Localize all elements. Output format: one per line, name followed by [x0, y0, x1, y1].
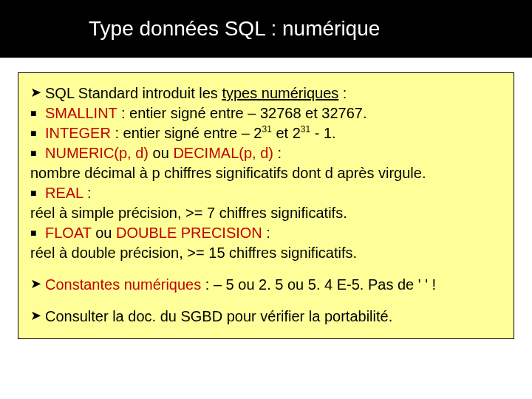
float-text: FLOAT ou DOUBLE PRECISION : — [45, 223, 270, 243]
integer-exp2: 31 — [301, 124, 310, 134]
constants-text: Constantes numériques : – 5 ou 2. 5 ou 5… — [45, 275, 436, 295]
kw-double: DOUBLE PRECISION — [116, 225, 262, 241]
smallint-text: SMALLINT : entier signé entre – 32768 et… — [45, 103, 366, 123]
square-icon: ■ — [30, 123, 45, 143]
float-ou: ou — [92, 225, 116, 241]
integer-mid: et 2 — [272, 125, 301, 141]
integer-exp1: 31 — [262, 124, 271, 134]
kw-integer: INTEGER — [45, 125, 111, 141]
square-icon: ■ — [30, 183, 45, 203]
doc-line: ➤ Consulter la doc. du SGBD pour vérifie… — [30, 307, 502, 327]
float-desc: réel à double précision, >= 15 chiffres … — [30, 243, 502, 263]
constants-line: ➤ Constantes numériques : – 5 ou 2. 5 ou… — [30, 275, 502, 295]
item-numeric: ■ NUMERIC(p, d) ou DECIMAL(p, d) : — [30, 143, 502, 163]
kw-decimal: DECIMAL(p, d) — [173, 145, 273, 161]
real-desc: réel à simple précision, >= 7 chiffres s… — [30, 203, 502, 223]
intro-underline: types numériques — [222, 85, 338, 101]
spacer — [30, 295, 502, 307]
square-icon: ■ — [30, 143, 45, 163]
item-real: ■ REAL : — [30, 183, 502, 203]
arrow-icon: ➤ — [30, 275, 45, 293]
content-box: ➤ SQL Standard introduit les types numér… — [18, 72, 514, 339]
item-integer: ■ INTEGER : entier signé entre – 231 et … — [30, 123, 502, 143]
title-bar: Type données SQL : numérique — [0, 0, 532, 58]
smallint-rest: : entier signé entre – 32768 et 32767. — [117, 105, 366, 121]
numeric-ou: ou — [149, 145, 173, 161]
kw-float: FLOAT — [45, 225, 92, 241]
integer-pre: : entier signé entre – 2 — [111, 125, 262, 141]
constants-rest: : – 5 ou 2. 5 ou 5. 4 E-5. Pas de ' ' ! — [201, 276, 436, 293]
arrow-icon: ➤ — [30, 83, 45, 101]
float-post: : — [262, 225, 270, 241]
item-smallint: ■ SMALLINT : entier signé entre – 32768 … — [30, 103, 502, 123]
slide-title: Type données SQL : numérique — [89, 17, 380, 41]
real-post: : — [83, 185, 92, 201]
intro-post: : — [338, 85, 347, 101]
integer-text: INTEGER : entier signé entre – 231 et 23… — [45, 123, 336, 143]
numeric-desc: nombre décimal à p chiffres significatif… — [30, 163, 502, 183]
kw-numeric: NUMERIC(p, d) — [45, 145, 149, 161]
kw-real: REAL — [45, 185, 83, 201]
square-icon: ■ — [30, 103, 45, 123]
item-float: ■ FLOAT ou DOUBLE PRECISION : — [30, 223, 502, 243]
intro-pre: SQL Standard introduit les — [45, 85, 222, 101]
square-icon: ■ — [30, 223, 45, 243]
numeric-text: NUMERIC(p, d) ou DECIMAL(p, d) : — [45, 143, 282, 163]
spacer — [30, 263, 502, 275]
kw-constants: Constantes numériques — [45, 276, 201, 293]
real-text: REAL : — [45, 183, 92, 203]
intro-line: ➤ SQL Standard introduit les types numér… — [30, 83, 502, 103]
numeric-post: : — [273, 145, 282, 161]
kw-smallint: SMALLINT — [45, 105, 117, 121]
integer-post: - 1. — [310, 125, 335, 141]
slide: Type données SQL : numérique ➤ SQL Stand… — [0, 0, 532, 399]
doc-text: Consulter la doc. du SGBD pour vérifier … — [45, 307, 392, 327]
intro-text: SQL Standard introduit les types numériq… — [45, 83, 347, 103]
arrow-icon: ➤ — [30, 307, 45, 324]
